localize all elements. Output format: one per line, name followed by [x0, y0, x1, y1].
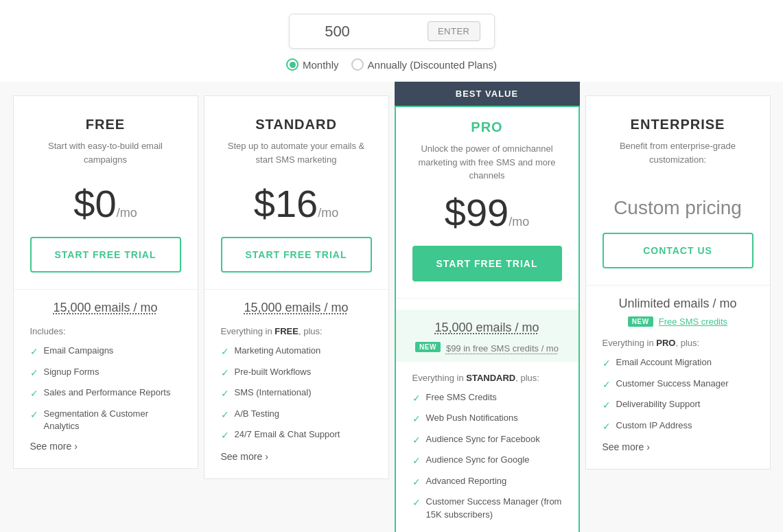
annually-label: Annually (Discounted Plans) — [368, 59, 497, 71]
pro-divider — [396, 298, 579, 299]
standard-price-amount: $16 — [254, 182, 318, 225]
feature-text: Customer Success Manager (from 15K subsc… — [426, 496, 562, 520]
check-icon: ✓ — [603, 420, 611, 434]
feature-text: Customer Success Manager — [616, 378, 729, 390]
check-icon: ✓ — [30, 387, 38, 401]
enter-button[interactable]: ENTER — [428, 21, 480, 41]
pro-plan-price: $99/mo — [412, 194, 562, 232]
check-icon: ✓ — [603, 378, 611, 392]
pro-emails-text: 15,000 emails / mo — [434, 321, 539, 334]
list-item: ✓Customer Success Manager — [603, 378, 753, 392]
standard-emails-text: 15,000 emails / mo — [244, 301, 348, 314]
pro-plan-description: Unlock the power of omnichannel marketin… — [412, 142, 562, 183]
list-item: ✓Marketing Automation — [221, 345, 372, 359]
list-item: ✓Free SMS Credits — [412, 391, 562, 406]
check-icon: ✓ — [412, 476, 421, 489]
pro-plan-name: PRO — [412, 119, 562, 135]
plans-container: FREE Start with easy-to-build email camp… — [0, 82, 783, 532]
list-item: ✓Customer Success Manager (from 15K subs… — [412, 496, 562, 520]
enterprise-custom-pricing: Custom pricing — [603, 185, 753, 233]
enterprise-new-badge: NEW — [628, 316, 653, 327]
check-icon: ✓ — [221, 345, 229, 359]
pro-includes-bold: STANDARD — [466, 373, 515, 383]
enterprise-includes-bold: PRO — [656, 338, 675, 348]
monthly-option[interactable]: Monthly — [286, 58, 339, 71]
feature-text: Audience Sync for Google — [426, 454, 530, 466]
annually-option[interactable]: Annually (Discounted Plans) — [351, 58, 497, 71]
standard-see-more[interactable]: See more › — [221, 451, 372, 462]
free-plan-name: FREE — [30, 117, 181, 132]
enterprise-see-more-label: See more — [603, 441, 644, 452]
feature-text: Signup Forms — [44, 366, 100, 378]
free-plan-description: Start with easy-to-build email campaigns — [30, 139, 181, 174]
free-see-more-label: See more — [30, 441, 72, 452]
list-item: ✓Deliverability Support — [603, 398, 753, 413]
pro-sms-row: NEW $99 in free SMS credits / mo — [412, 340, 562, 354]
feature-text: Custom IP Address — [616, 419, 692, 432]
list-item: ✓Pre-built Workflows — [221, 366, 372, 380]
plan-free: FREE Start with easy-to-build email camp… — [13, 95, 198, 469]
feature-text: Marketing Automation — [235, 345, 321, 357]
pro-cta-button[interactable]: START FREE TRIAL — [412, 246, 562, 281]
check-icon: ✓ — [221, 367, 229, 380]
enterprise-see-more[interactable]: See more › — [603, 441, 753, 452]
enterprise-includes-label: Everything in PRO, plus: — [603, 338, 753, 348]
standard-cta-button[interactable]: START FREE TRIAL — [221, 237, 372, 273]
list-item: ✓Custom IP Address — [603, 419, 753, 434]
pro-features-list: ✓Free SMS Credits ✓Web Push Notification… — [412, 391, 562, 521]
enterprise-features-list: ✓Email Account Migration ✓Customer Succe… — [603, 356, 753, 433]
feature-text: A/B Testing — [235, 408, 280, 420]
free-divider — [14, 289, 198, 290]
enterprise-sms-credits: Free SMS credits — [659, 316, 727, 327]
standard-see-more-label: See more — [221, 451, 263, 462]
free-plan-price: $0/mo — [30, 185, 181, 223]
pro-sms-credits: $99 in free SMS credits / mo — [446, 343, 559, 354]
check-icon: ✓ — [412, 496, 421, 510]
check-icon: ✓ — [603, 357, 611, 371]
standard-emails: 15,000 emails / mo — [221, 301, 372, 315]
list-item: ✓Signup Forms — [30, 366, 181, 380]
list-item: ✓SMS (International) — [221, 386, 372, 401]
list-item: ✓24/7 Email & Chat Support — [221, 428, 372, 443]
enterprise-emails: Unlimited emails / mo — [603, 297, 753, 311]
standard-includes-label: Everything in FREE, plus: — [221, 326, 372, 336]
standard-price-suffix: /mo — [318, 206, 338, 220]
enterprise-cta-button[interactable]: CONTACT US — [603, 233, 753, 268]
free-emails: 15,000 emails / mo — [30, 301, 181, 315]
plan-pro-wrapper: BEST VALUE PRO Unlock the power of omnic… — [395, 82, 580, 532]
pro-price-suffix: /mo — [509, 215, 529, 229]
standard-plan-name: STANDARD — [221, 117, 372, 132]
free-see-more-arrow: › — [74, 441, 78, 452]
annually-radio[interactable] — [351, 58, 364, 71]
pro-new-badge: NEW — [415, 342, 441, 352]
pro-price-amount: $99 — [445, 191, 509, 234]
feature-text: Deliverability Support — [616, 398, 701, 410]
feature-text: Pre-built Workflows — [235, 366, 312, 378]
contacts-input[interactable] — [303, 23, 372, 41]
standard-divider — [204, 289, 388, 290]
free-features-list: ✓Email Campaigns ✓Signup Forms ✓Sales an… — [30, 345, 181, 432]
enterprise-emails-wrapper: Unlimited emails / mo NEW Free SMS credi… — [603, 297, 753, 327]
enterprise-divider — [586, 285, 770, 286]
feature-text: Segmentation & Customer Analytics — [44, 408, 181, 432]
standard-features-list: ✓Marketing Automation ✓Pre-built Workflo… — [221, 345, 372, 443]
feature-text: Advanced Reporting — [426, 475, 507, 487]
monthly-radio[interactable] — [286, 58, 299, 71]
list-item: ✓Advanced Reporting — [412, 475, 562, 489]
pro-emails-box: 15,000 emails / mo NEW $99 in free SMS c… — [396, 310, 579, 362]
feature-text: Audience Sync for Facebook — [426, 433, 540, 446]
free-see-more[interactable]: See more › — [30, 441, 181, 452]
plan-standard: STANDARD Step up to automate your emails… — [204, 95, 389, 479]
free-emails-text: 15,000 emails / mo — [53, 301, 157, 314]
plan-pro: PRO Unlock the power of omnichannel mark… — [395, 106, 580, 532]
standard-see-more-arrow: › — [265, 451, 268, 462]
list-item: ✓Web Push Notifications — [412, 412, 562, 426]
free-includes-label: Includes: — [30, 326, 181, 336]
check-icon: ✓ — [221, 387, 229, 401]
check-icon: ✓ — [30, 345, 38, 359]
feature-text: Email Campaigns — [44, 345, 114, 357]
check-icon: ✓ — [412, 454, 421, 468]
list-item: ✓Audience Sync for Google — [412, 454, 562, 468]
free-cta-button[interactable]: START FREE TRIAL — [30, 237, 181, 273]
list-item: ✓Segmentation & Customer Analytics — [30, 408, 181, 432]
